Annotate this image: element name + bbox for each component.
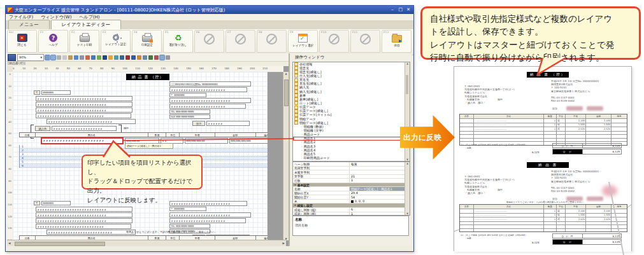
tool-icon[interactable] xyxy=(143,55,147,60)
form-title-field[interactable]: 納 品 書 （控） xyxy=(126,74,169,80)
layout-field[interactable]: 999,999,999,999 xyxy=(229,138,268,144)
tool-icon[interactable] xyxy=(74,55,78,60)
toolbar-print-test-button[interactable]: F2テスト印刷 xyxy=(69,30,99,53)
layout-field[interactable]: 999,999,999.99 xyxy=(185,138,228,144)
tool-icon[interactable] xyxy=(120,55,124,60)
layout-field[interactable]: 〒 9999999 xyxy=(169,207,206,211)
layout-field[interactable]: ＃＃＃＃＃＃＃＃＃＃＃＃＃＃＃＃＃＃＃＃＃＃＃＃＃＃＃ xyxy=(36,113,131,118)
tree-node-icon xyxy=(294,101,298,105)
invoice-total-row: 合 計6,125 xyxy=(552,149,622,155)
tree-item-印刷用商品コード[interactable]: ‐印刷用商品コード xyxy=(293,156,410,160)
layout-field[interactable]: ＃＃＃＃＃＃＃＃＃＃＃＃＃＃＃＃＃＃＃＃＃＃ xyxy=(169,87,247,92)
layout-select-icon xyxy=(298,34,308,43)
layout-field[interactable]: ＃＃＃＃＃＃＃＃＃＃＃＃＃＃＃＃＃＃＃＃＃＃＃＃＃＃＃＃ xyxy=(36,102,132,107)
layout-field[interactable]: 〒 xyxy=(34,201,40,205)
tool-icon[interactable] xyxy=(45,55,50,60)
tool-icon[interactable] xyxy=(108,55,113,60)
tab-メニュー[interactable]: メニュー xyxy=(8,20,50,29)
layout-field[interactable]: ＃＃＃＃＃＃＃＃＃＃＃＃＃＃＃＃＃＃＃＃＃＃＃＃＃＃ xyxy=(47,119,136,124)
toolbar-refresh-button[interactable]: F5選択取り消し xyxy=(163,30,193,53)
layout-field[interactable]: 9999999 xyxy=(41,201,71,205)
tool-icon[interactable] xyxy=(137,55,141,60)
operation-panel: 操作ウィンドウ 会社情報得意先得意先[繰返し]仕入先[繰返し]直送先直送先[繰返… xyxy=(290,53,412,246)
privacy-blur xyxy=(566,196,583,201)
layout-field[interactable]: 〒 9999999 xyxy=(169,93,206,97)
invoice-form-2: 納 品 書〒 064-0941 北海道札幌市中央区南十五条西一丁目(ヌ−) 札幌… xyxy=(457,161,629,250)
layout-field[interactable]: ＃＃＃＃＃＃ xyxy=(206,121,250,126)
tool-icon[interactable] xyxy=(160,55,164,60)
tool-icon[interactable] xyxy=(97,55,101,60)
tree-leaf-icon: ‐ xyxy=(301,137,303,140)
grid-icon[interactable] xyxy=(8,54,16,61)
tool-icon[interactable] xyxy=(91,55,96,60)
print-test-icon xyxy=(80,35,90,42)
zoom-select[interactable]: 90% ▾ xyxy=(17,54,44,61)
layout-field[interactable]: ＃＃＃＃＃＃＃＃＃＃＃＃＃＃＃＃＃＃＃＃＃＃＃＃＃＃＃＃ xyxy=(36,107,132,113)
layout-field[interactable]: ＃＃＃＃＃＃＃＃＃＃＃＃＃＃＃＃＃＃＃＃＃＃＃＃＃＃ xyxy=(47,230,136,235)
toolbar-help-button[interactable]: F1ヘルプ xyxy=(38,30,68,53)
tool-icon[interactable] xyxy=(125,55,130,60)
tool-icon[interactable] xyxy=(85,55,90,60)
invoice-footer-notes: 10:（売上 消費税 当月請求 締日 請求額 当月入金 繰越額 今回請求額） 〔… xyxy=(461,234,527,240)
layout-field[interactable]: 納入先 xyxy=(35,126,50,131)
tool-icon[interactable] xyxy=(154,55,159,60)
tool-icon[interactable] xyxy=(62,55,67,60)
tree-node-icon xyxy=(294,121,298,125)
layout-field[interactable]: ○○99年99月99日(伝票No. 9999999999) xyxy=(169,81,251,86)
tool-icon[interactable] xyxy=(51,55,55,60)
layout-field[interactable]: ＃＃＃＃＃＃＃＃＃＃＃＃＃＃＃＃＃＃＃＃＃＃＃＃ xyxy=(169,98,251,103)
layout-field[interactable]: ＃＃＃＃＃＃＃＃＃＃＃＃＃＃＃＃＃＃＃＃＃＃＃＃＃＃＃＃ xyxy=(36,218,132,223)
layout-field[interactable]: ＃＃＃＃＃＃＃＃＃＃＃＃＃＃＃＃＃＃＃＃ xyxy=(52,126,117,131)
layout-field[interactable]: ＃＃＃＃＃＃＃＃＃＃＃＃＃＃＃＃＃＃＃＃＃＃＃＃ xyxy=(169,201,247,206)
refresh-icon xyxy=(173,34,183,42)
tree-node-icon xyxy=(294,82,298,86)
dragged-field-product-name[interactable]: ＃＃＃＃＃＃＃＃＃＃＃＃＃＃＃＃＃＃＃＃＃＃ xyxy=(41,137,124,144)
tool-icon[interactable] xyxy=(131,55,136,60)
tool-icon[interactable] xyxy=(114,55,118,60)
layout-field[interactable]: TEL 999-9999-9999 xyxy=(169,109,210,114)
layout-field[interactable]: ＃＃＃＃＃＃＃＃＃＃＃＃＃＃＃＃＃＃＃＃＃＃＃＃＃＃＃＃ xyxy=(36,207,132,212)
save-icon xyxy=(392,35,402,43)
layout-field[interactable]: 〒 xyxy=(34,90,40,95)
layout-field[interactable]: ＃＃＃＃＃＃＃＃＃＃＃＃＃＃＃＃＃＃＃＃＃＃＃＃＃＃＃＃ xyxy=(36,96,132,101)
invoice-staff-row: 担当 xyxy=(552,197,557,200)
window-control[interactable]: ✕ xyxy=(406,7,410,13)
invoice-table: 品番品名数量単位単価金額備考……………………………………1箱2,1002,100… xyxy=(459,204,627,232)
disabled-icon xyxy=(235,34,246,45)
tool-icon[interactable] xyxy=(103,55,107,60)
layout-field[interactable]: ＃＃＃＃＃＃＃＃＃＃＃＃＃＃＃＃＃＃＃＃＃＃ xyxy=(169,104,246,109)
layout-field[interactable]: FAX 999-9999-9999 xyxy=(169,114,210,119)
invoice-form-1: 納 品 書 （控）〒 064-0941 北海道札幌市中央区南十五条西一丁目(ヌ−… xyxy=(457,71,629,160)
window-control[interactable]: □ xyxy=(399,7,403,13)
tool-icon[interactable] xyxy=(68,55,73,60)
tool-icon[interactable] xyxy=(148,55,153,60)
toolbar-close-app-button[interactable]: Esc閉じる xyxy=(7,30,37,53)
tab-レイアウトエディター[interactable]: レイアウトエディター xyxy=(51,20,122,29)
layout-field[interactable]: ＃＃＃＃＃＃＃＃＃＃＃＃＃＃＃＃＃＃＃＃＃＃＃＃＃＃＃ xyxy=(36,224,131,229)
layout-field[interactable]: 御中 xyxy=(124,127,132,131)
toolbar-layout-select-button[interactable]: F9レイアウト選択 xyxy=(288,30,318,53)
window-control[interactable]: － xyxy=(390,7,395,13)
layout-field[interactable]: 担当 xyxy=(192,121,205,126)
canvas-vertical-scrollbar[interactable]: ▲▼ xyxy=(283,72,289,240)
tree-leaf-icon: ‐ xyxy=(301,145,303,148)
layout-field[interactable]: TEL 999-9999-9999 xyxy=(169,224,210,228)
layout-field[interactable]: 毎度ありがとうございます。下記の通り納品致しましたのでご査収ください。 xyxy=(126,230,268,235)
privacy-blur xyxy=(587,106,603,111)
property-scrollbar[interactable]: ▲▼ xyxy=(404,162,410,215)
invoice-totals: 合 計 円6,125合 計6,125 xyxy=(552,143,622,155)
layout-field[interactable]: 品番商品名数量単位単価金額備考 xyxy=(19,132,268,137)
canvas-horizontal-scrollbar[interactable]: ◀▶ xyxy=(7,240,286,246)
layout-field[interactable]: ＃＃＃＃＃＃＃＃＃＃＃＃＃＃＃＃＃＃＃＃＃＃＃＃ xyxy=(169,212,251,217)
toolbar-save-button[interactable]: F12保存 xyxy=(382,30,411,53)
toolbar-layout-settings-button[interactable]: F3レイアウト設定 xyxy=(101,30,131,53)
layout-field[interactable]: ＃＃＃＃＃＃＃＃＃＃＃＃＃＃＃＃＃＃＃＃＃＃ xyxy=(169,218,246,223)
mini-toolbar: 90% ▾ xyxy=(6,53,292,62)
layout-field[interactable]: 9999999 xyxy=(41,90,71,95)
tree-node-icon xyxy=(294,74,298,78)
toolbar-print-settings-button[interactable]: F4印刷設定 xyxy=(132,30,162,53)
tool-icon[interactable] xyxy=(80,55,84,60)
tool-icon[interactable] xyxy=(166,55,170,60)
layout-field[interactable]: ＃＃＃＃＃＃＃＃＃＃＃＃＃＃＃＃＃＃＃＃＃＃＃＃＃＃＃＃ xyxy=(36,212,132,217)
tool-icon[interactable] xyxy=(57,55,61,60)
